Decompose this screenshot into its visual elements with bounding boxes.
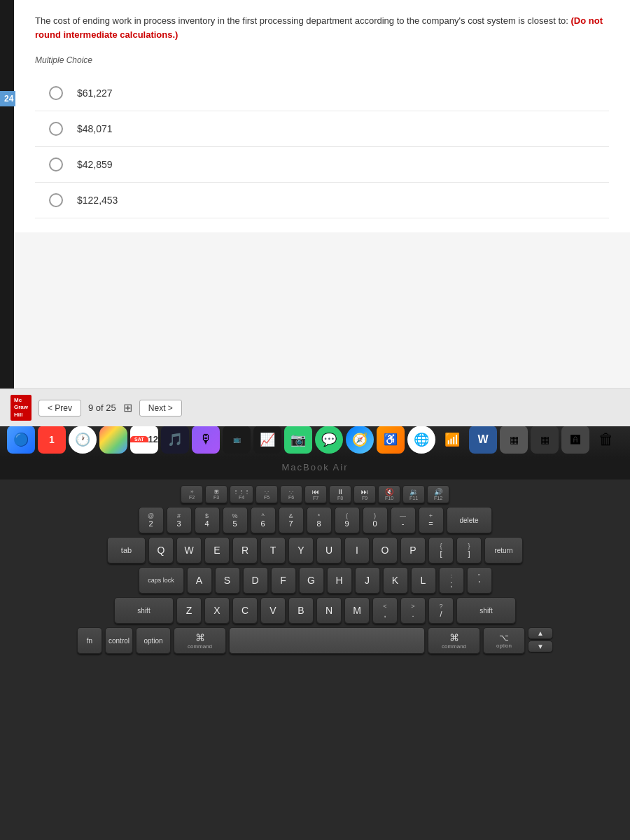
key-option-left[interactable]: option <box>136 627 171 654</box>
dock-trash[interactable]: 🗑 <box>592 426 620 454</box>
radio-a[interactable] <box>49 86 63 100</box>
key-u[interactable]: U <box>316 537 342 564</box>
next-button[interactable]: Next > <box>139 400 182 416</box>
key-o[interactable]: O <box>372 537 398 564</box>
key-arrow-down[interactable]: ▼ <box>528 640 553 652</box>
dock-app-appletv[interactable]: 📺 <box>223 426 251 454</box>
dock-app-misc3[interactable]: 🅰 <box>561 426 589 454</box>
key-f10[interactable]: 🔇 F10 <box>378 485 400 503</box>
dock-app-misc2[interactable]: ▦ <box>531 426 559 454</box>
dock-app-calendar[interactable]: SAT 12 <box>130 426 158 454</box>
key-shift-right[interactable]: shift <box>456 597 516 624</box>
dock-app-facetime[interactable]: 📷 <box>284 426 312 454</box>
key-j[interactable]: J <box>355 567 380 594</box>
key-i[interactable]: I <box>344 537 370 564</box>
key-semicolon[interactable]: :; <box>439 567 464 594</box>
key-minus[interactable]: —- <box>391 507 416 533</box>
key-f12[interactable]: 🔊 F12 <box>427 485 449 503</box>
key-control[interactable]: control <box>105 627 133 654</box>
radio-c[interactable] <box>49 158 63 172</box>
key-return[interactable]: return <box>484 537 523 564</box>
key-7[interactable]: &7 <box>279 507 304 533</box>
key-0[interactable]: )0 <box>363 507 388 533</box>
choice-a[interactable]: $61,227 <box>35 76 609 111</box>
key-g[interactable]: G <box>299 567 324 594</box>
key-f11[interactable]: 🔉 F11 <box>402 485 425 503</box>
key-f8[interactable]: ⏸ F8 <box>329 485 351 503</box>
key-v[interactable]: V <box>260 597 286 624</box>
dock-app-chrome[interactable]: 🌐 <box>407 426 435 454</box>
key-3[interactable]: #3 <box>167 507 192 533</box>
key-a[interactable]: A <box>187 567 212 594</box>
key-fn[interactable]: fn <box>77 627 102 654</box>
key-spacebar[interactable] <box>229 627 425 654</box>
choice-b[interactable]: $48,071 <box>35 111 609 147</box>
choice-d[interactable]: $122,453 <box>35 183 609 218</box>
key-comma[interactable]: <, <box>372 597 398 624</box>
radio-b[interactable] <box>49 122 63 136</box>
key-option-right[interactable]: ⌥ option <box>483 627 525 654</box>
key-t[interactable]: T <box>260 537 286 564</box>
key-5[interactable]: %5 <box>223 507 248 533</box>
key-w[interactable]: W <box>176 537 202 564</box>
key-delete[interactable]: delete <box>447 507 492 533</box>
key-f6[interactable]: ·.· F6 <box>280 485 302 503</box>
key-tab[interactable]: tab <box>107 537 146 564</box>
key-command-left[interactable]: ⌘ command <box>174 627 226 654</box>
key-e[interactable]: E <box>204 537 230 564</box>
dock-app-word[interactable]: W <box>469 426 497 454</box>
key-y[interactable]: Y <box>288 537 314 564</box>
key-arrow-up[interactable]: ▲ <box>528 627 553 639</box>
key-f2[interactable]: ☀ F2 <box>181 485 203 503</box>
key-f3[interactable]: ⊞ F3 <box>205 485 227 503</box>
key-d[interactable]: D <box>243 567 268 594</box>
key-close-bracket[interactable]: }] <box>456 537 482 564</box>
key-command-right[interactable]: ⌘ command <box>428 627 480 654</box>
dock-app-photos[interactable] <box>99 426 127 454</box>
key-f7[interactable]: ⏮ F7 <box>304 485 327 503</box>
dock-app-messages[interactable]: 💬 <box>315 426 343 454</box>
key-x[interactable]: X <box>204 597 230 624</box>
key-b[interactable]: B <box>288 597 314 624</box>
key-4[interactable]: $4 <box>195 507 220 533</box>
key-slash[interactable]: ?/ <box>428 597 454 624</box>
key-p[interactable]: P <box>400 537 426 564</box>
dock-app-safari[interactable]: 🧭 <box>346 426 374 454</box>
key-m[interactable]: M <box>344 597 370 624</box>
key-shift-left[interactable]: shift <box>114 597 174 624</box>
key-9[interactable]: (9 <box>335 507 360 533</box>
key-z[interactable]: Z <box>176 597 202 624</box>
key-8[interactable]: *8 <box>307 507 332 533</box>
key-f4[interactable]: ⋮⋮⋮ F4 <box>230 485 253 503</box>
key-n[interactable]: N <box>316 597 342 624</box>
key-h[interactable]: H <box>327 567 352 594</box>
dock-app-stocks[interactable]: 📈 <box>253 426 281 454</box>
dock-app-misc1[interactable]: ▦ <box>500 426 528 454</box>
radio-d[interactable] <box>49 193 63 207</box>
dock-app-podcast[interactable]: 🎙 <box>192 426 220 454</box>
key-f5[interactable]: ·.· F5 <box>255 485 278 503</box>
grid-icon[interactable]: ⊞ <box>123 401 132 414</box>
dock-app-clock[interactable]: 🕐 <box>69 426 97 454</box>
key-s[interactable]: S <box>215 567 240 594</box>
prev-button[interactable]: < Prev <box>38 400 81 416</box>
dock-app-wifi[interactable]: 📶 <box>438 426 466 454</box>
key-quote[interactable]: "' <box>467 567 492 594</box>
key-6[interactable]: ^6 <box>251 507 276 533</box>
key-f[interactable]: F <box>271 567 296 594</box>
key-l[interactable]: L <box>411 567 436 594</box>
key-2[interactable]: @2 <box>139 507 164 533</box>
key-q[interactable]: Q <box>148 537 174 564</box>
dock-app-notification[interactable]: 1 <box>38 426 66 454</box>
dock-app-music[interactable]: 🎵 <box>161 426 189 454</box>
key-period[interactable]: >. <box>400 597 426 624</box>
key-r[interactable]: R <box>232 537 258 564</box>
key-open-bracket[interactable]: {[ <box>428 537 454 564</box>
key-equals[interactable]: += <box>419 507 444 533</box>
key-c[interactable]: C <box>232 597 258 624</box>
choice-c[interactable]: $42,859 <box>35 147 609 183</box>
key-k[interactable]: K <box>383 567 408 594</box>
key-f9[interactable]: ⏭ F9 <box>354 485 376 503</box>
key-caps[interactable]: caps lock <box>139 567 184 594</box>
dock-app-finder[interactable]: 🔵 <box>7 426 35 454</box>
